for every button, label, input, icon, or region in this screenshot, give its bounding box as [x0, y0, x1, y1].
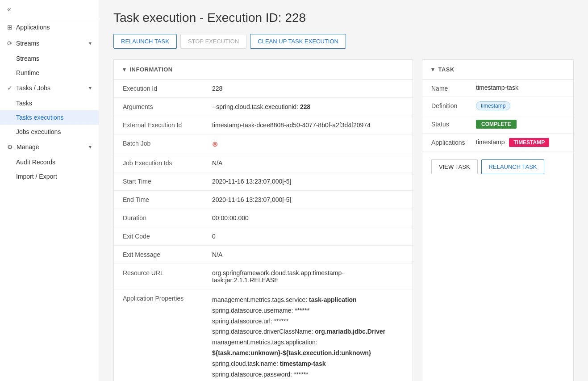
field-label: Resource URL [114, 264, 203, 289]
error-icon: ⊗ [212, 140, 218, 148]
field-label: Duration [114, 209, 203, 227]
sidebar-item-applications[interactable]: ⊞ Applications [0, 19, 99, 35]
field-label: External Execution Id [114, 116, 203, 134]
task-actions: VIEW TASK RELAUNCH TASK [422, 152, 573, 181]
task-status-row: Status COMPLETE [422, 115, 573, 134]
task-definition-label: Definition [431, 101, 476, 109]
task-panel-header: ▾ TASK [422, 60, 573, 80]
task-definition-value: timestamp [476, 101, 564, 110]
table-row: End Time 2020-11-16 13:23:07,000[-5] [114, 191, 413, 209]
page-title: Task execution - Execution ID: 228 [113, 11, 574, 25]
field-label: Arguments [114, 98, 203, 116]
table-row: Exit Message N/A [114, 246, 413, 264]
streams-icon: ⟳ [7, 40, 13, 47]
table-row: Resource URL org.springframework.cloud.t… [114, 264, 413, 289]
grid-icon: ⊞ [7, 24, 13, 31]
field-value: timestamp-task-dcee8808-ad50-4077-8b0f-a… [203, 116, 413, 134]
table-row: External Execution Id timestamp-task-dce… [114, 116, 413, 134]
table-row: Execution Id 228 [114, 80, 413, 98]
task-applications-label: Applications [431, 138, 476, 146]
task-applications-row: Applications timestamp TIMESTAMP [422, 134, 573, 152]
field-value: --spring.cloud.task.executionid: 228 [203, 98, 413, 116]
table-row: Batch Job ⊗ [114, 134, 413, 154]
sidebar-item-tasks[interactable]: Tasks [0, 96, 99, 110]
sidebar-item-tasks-executions[interactable]: Tasks executions [0, 110, 99, 125]
manage-icon: ⚙ [7, 143, 13, 151]
sidebar-collapse-button[interactable]: « [7, 5, 11, 13]
field-label: Job Execution Ids [114, 154, 203, 172]
sidebar: « ⊞ Applications ⟳ Streams ▾ Streams Run… [0, 0, 99, 381]
task-applications-value: timestamp TIMESTAMP [476, 138, 564, 147]
field-label: Start Time [114, 172, 203, 191]
app-props: management.metrics.tags.service: task-ap… [212, 295, 404, 380]
task-status-value: COMPLETE [476, 120, 564, 129]
view-task-button[interactable]: VIEW TASK [431, 159, 478, 174]
task-panel-body: Name timestamp-task Definition timestamp… [422, 80, 573, 181]
chevron-down-icon: ▾ [123, 66, 126, 73]
table-row: Arguments --spring.cloud.task.executioni… [114, 98, 413, 116]
field-label: Exit Code [114, 227, 203, 246]
sidebar-item-manage[interactable]: ⚙ Manage ▾ [0, 139, 99, 155]
field-label: Execution Id [114, 80, 203, 98]
chevron-down-icon: ▾ [89, 144, 92, 150]
action-bar: RELAUNCH TASK STOP EXECUTION CLEAN UP TA… [113, 34, 574, 49]
chevron-down-icon: ▾ [431, 66, 435, 73]
field-value: management.metrics.tags.service: task-ap… [203, 289, 413, 381]
main-content: Task execution - Execution ID: 228 RELAU… [99, 0, 588, 381]
status-badge: COMPLETE [476, 120, 517, 129]
table-row: Duration 00:00:00.000 [114, 209, 413, 227]
sidebar-item-tasks-jobs[interactable]: ✓ Tasks / Jobs ▾ [0, 80, 99, 96]
relaunch-task-button[interactable]: RELAUNCH TASK [113, 34, 177, 49]
info-table: Execution Id 228 Arguments --spring.clou… [114, 80, 413, 381]
field-value: 0 [203, 227, 413, 246]
field-value: 228 [203, 80, 413, 98]
field-value: 2020-11-16 13:23:07,000[-5] [203, 172, 413, 191]
relaunch-task-panel-button[interactable]: RELAUNCH TASK [481, 159, 545, 174]
content-grid: ▾ INFORMATION Execution Id 228 Arguments… [113, 59, 574, 381]
table-row: Job Execution Ids N/A [114, 154, 413, 172]
stop-execution-button: STOP EXECUTION [180, 34, 246, 49]
sidebar-header: « [0, 0, 99, 19]
task-status-label: Status [431, 120, 476, 128]
sidebar-item-audit-records[interactable]: Audit Records [0, 155, 99, 169]
sidebar-item-streams[interactable]: ⟳ Streams ▾ [0, 35, 99, 51]
chevron-down-icon: ▾ [89, 40, 92, 46]
table-row: Start Time 2020-11-16 13:23:07,000[-5] [114, 172, 413, 191]
task-name-value: timestamp-task [476, 84, 564, 91]
task-panel: ▾ TASK Name timestamp-task Definition ti… [422, 59, 574, 381]
field-label: Exit Message [114, 246, 203, 264]
field-value: N/A [203, 154, 413, 172]
field-label: End Time [114, 191, 203, 209]
sidebar-item-import-export[interactable]: Import / Export [0, 169, 99, 184]
chevron-down-icon: ▾ [89, 85, 92, 91]
sidebar-item-streams-sub[interactable]: Streams [0, 51, 99, 66]
information-card-body: Execution Id 228 Arguments --spring.clou… [114, 80, 413, 381]
information-card-header: ▾ INFORMATION [114, 60, 413, 80]
sidebar-item-runtime[interactable]: Runtime [0, 66, 99, 80]
field-value: N/A [203, 246, 413, 264]
definition-badge: timestamp [476, 101, 510, 110]
field-value: 00:00:00.000 [203, 209, 413, 227]
task-name-row: Name timestamp-task [422, 80, 573, 97]
table-row: Exit Code 0 [114, 227, 413, 246]
information-card: ▾ INFORMATION Execution Id 228 Arguments… [113, 59, 413, 381]
field-value: ⊗ [203, 134, 413, 154]
field-label: Batch Job [114, 134, 203, 154]
cleanup-task-button[interactable]: CLEAN UP TASK EXECUTION [250, 34, 346, 49]
field-label: Application Properties [114, 289, 203, 381]
field-value: org.springframework.cloud.task.app:times… [203, 264, 413, 289]
task-name-label: Name [431, 84, 476, 92]
field-value: 2020-11-16 13:23:07,000[-5] [203, 191, 413, 209]
table-row: Application Properties management.metric… [114, 289, 413, 381]
task-definition-row: Definition timestamp [422, 97, 573, 115]
tasks-icon: ✓ [7, 84, 13, 92]
applications-badge: TIMESTAMP [509, 138, 549, 147]
sidebar-item-jobs-executions[interactable]: Jobs executions [0, 125, 99, 139]
